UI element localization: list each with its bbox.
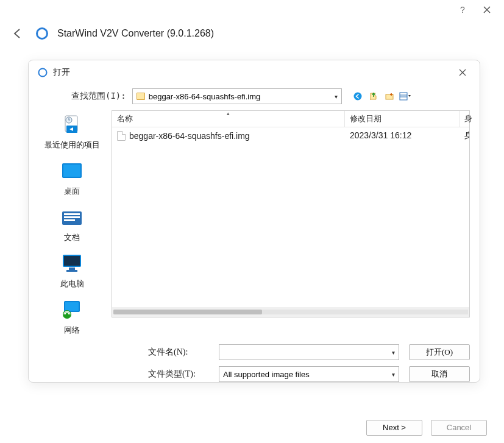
places-bar: 最近使用的项目 桌面 文档 此电脑 <box>38 110 105 336</box>
place-documents[interactable]: 文档 <box>60 205 84 243</box>
file-date: 2023/3/31 16:12 <box>345 129 460 143</box>
recent-icon <box>60 113 84 137</box>
network-icon <box>60 298 84 322</box>
nav-newfolder-icon[interactable] <box>383 90 396 102</box>
svg-rect-14 <box>64 213 80 215</box>
nav-viewmenu-icon[interactable] <box>399 90 411 102</box>
chevron-down-icon: ▾ <box>335 93 338 100</box>
app-logo-icon <box>35 27 49 40</box>
column-name[interactable]: 名称 ▴ <box>112 111 345 127</box>
lookin-value: beggar-x86-64-squashfs-efi.img <box>149 92 331 101</box>
svg-rect-19 <box>69 268 75 270</box>
place-recent-label: 最近使用的项目 <box>44 140 100 151</box>
svg-rect-15 <box>64 216 80 218</box>
wizard-footer: Next > Cancel <box>366 420 487 436</box>
place-network-label: 网络 <box>64 325 80 336</box>
nav-back-icon[interactable] <box>352 90 364 102</box>
open-button[interactable]: 打开(O) <box>409 344 470 360</box>
lookin-row: 查找范围(I): beggar-x86-64-squashfs-efi.img … <box>29 85 480 110</box>
dialog-titlebar: 打开 <box>29 60 480 85</box>
svg-point-2 <box>353 93 361 101</box>
svg-rect-16 <box>64 219 75 221</box>
dialog-title: 打开 <box>53 67 449 78</box>
place-recent[interactable]: 最近使用的项目 <box>44 113 100 151</box>
file-icon <box>117 131 126 141</box>
chevron-down-icon: ▾ <box>392 371 395 378</box>
filetype-value: All supported image files <box>223 370 392 379</box>
open-file-dialog: 打开 查找范围(I): beggar-x86-64-squashfs-efi.i… <box>28 60 480 383</box>
dialog-inputs: 文件名(N): ▾ 打开(O) 文件类型(T): All supported i… <box>29 336 480 388</box>
lookin-dropdown[interactable]: beggar-x86-64-squashfs-efi.img ▾ <box>132 88 342 104</box>
folder-icon <box>137 93 145 100</box>
place-thispc[interactable]: 此电脑 <box>60 252 84 289</box>
column-name-label: 名称 <box>117 114 133 123</box>
svg-rect-22 <box>65 302 79 311</box>
dialog-logo-icon <box>37 67 48 78</box>
svg-rect-12 <box>63 165 80 177</box>
next-button[interactable]: Next > <box>366 420 422 436</box>
filename-input[interactable]: ▾ <box>219 344 399 360</box>
filetype-label: 文件类型(T): <box>148 369 209 380</box>
file-name: beggar-x86-64-squashfs-efi.img <box>129 131 250 141</box>
svg-rect-3 <box>386 94 393 99</box>
close-button[interactable] <box>475 1 499 18</box>
app-header: StarWind V2V Converter (9.0.1.268) <box>0 19 504 48</box>
sort-asc-icon: ▴ <box>227 110 230 116</box>
desktop-icon <box>60 159 84 183</box>
svg-rect-20 <box>66 270 77 272</box>
app-title: StarWind V2V Converter (9.0.1.268) <box>57 28 214 39</box>
column-date[interactable]: 修改日期 <box>345 111 460 127</box>
place-documents-label: 文档 <box>64 232 80 243</box>
lookin-label: 查找范围(I): <box>71 91 126 102</box>
chevron-down-icon: ▾ <box>392 349 395 356</box>
svg-rect-18 <box>64 256 80 266</box>
thispc-icon <box>60 252 84 276</box>
filetype-dropdown[interactable]: All supported image files ▾ <box>219 366 399 382</box>
file-list-header: 名称 ▴ 修改日期 身 <box>112 111 469 127</box>
place-desktop[interactable]: 桌面 <box>60 159 84 197</box>
file-row[interactable]: beggar-x86-64-squashfs-efi.img 2023/3/31… <box>112 127 469 144</box>
svg-point-1 <box>38 68 46 76</box>
place-thispc-label: 此电脑 <box>60 278 84 289</box>
column-type[interactable]: 身 <box>460 111 469 127</box>
svg-point-0 <box>37 29 48 39</box>
file-rows: beggar-x86-64-squashfs-efi.img 2023/3/31… <box>112 127 469 307</box>
file-list: 名称 ▴ 修改日期 身 beggar-x86-64-squashfs-efi.i… <box>112 110 470 317</box>
place-desktop-label: 桌面 <box>64 186 80 197</box>
wizard-cancel-button[interactable]: Cancel <box>431 420 487 436</box>
help-button[interactable]: ? <box>450 1 475 18</box>
back-arrow-icon[interactable] <box>9 26 27 41</box>
cancel-button[interactable]: 取消 <box>409 366 470 382</box>
dialog-close-button[interactable] <box>454 66 471 79</box>
horizontal-scrollbar[interactable] <box>112 307 469 317</box>
file-type: 身 <box>460 129 469 143</box>
nav-up-icon[interactable] <box>367 90 380 102</box>
svg-rect-4 <box>400 93 407 100</box>
place-network[interactable]: 网络 <box>60 298 84 336</box>
documents-icon <box>60 205 84 230</box>
scrollbar-thumb[interactable] <box>113 310 262 314</box>
filename-label: 文件名(N): <box>148 347 209 358</box>
titlebar: ? <box>0 0 504 19</box>
nav-icons <box>352 90 411 102</box>
